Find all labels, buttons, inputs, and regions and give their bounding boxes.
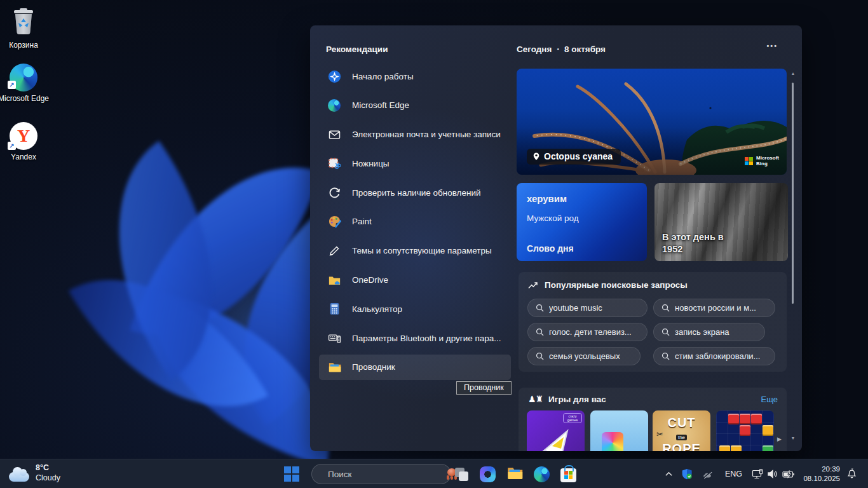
search-home-panel: Рекомендации Начало работы Microsoft Edg… <box>310 25 802 451</box>
game-thumb-rainbow-cube[interactable]: 2048 <box>590 410 648 451</box>
game-thumb-crazy-games[interactable]: crazy games <box>527 410 585 451</box>
calculator-icon <box>327 302 341 316</box>
bing-image-card[interactable]: Octopus cyanea MicrosoftBing <box>517 69 787 175</box>
speaker-icon <box>767 469 778 479</box>
search-icon <box>661 328 670 336</box>
microsoft-store-button[interactable] <box>560 468 576 482</box>
scissors-icon: ✂ <box>656 430 663 439</box>
popular-searches-header: Популярные поисковые запросы <box>528 280 688 290</box>
scrollbar-thumb[interactable] <box>792 83 794 304</box>
rec-item-check-updates[interactable]: Проверить наличие обновлений <box>319 180 511 205</box>
popular-searches-title: Популярные поисковые запросы <box>545 280 688 290</box>
bing-location-label: Octopus cyanea <box>544 151 613 161</box>
rec-item-label: Калькулятор <box>352 304 402 314</box>
rec-item-microsoft-edge[interactable]: Microsoft Edge <box>319 93 511 118</box>
start-button[interactable] <box>284 466 299 482</box>
word-of-day-gender: Мужской род <box>527 214 579 223</box>
scrollbar-up-arrow[interactable]: ▲ <box>789 71 797 76</box>
onedrive-tray-icon[interactable] <box>702 459 714 488</box>
dart-illustration <box>533 424 574 451</box>
rec-item-themes[interactable]: Темы и сопутствующие параметры <box>319 238 511 264</box>
file-explorer-icon <box>506 465 523 480</box>
defender-shield-icon <box>681 468 693 480</box>
games-more-link[interactable]: Еще <box>761 395 778 404</box>
do-not-disturb-bell-icon <box>846 468 857 480</box>
recommendations-title: Рекомендации <box>326 44 388 54</box>
word-of-day-word: херувим <box>527 193 567 204</box>
security-tray-icon[interactable] <box>681 459 693 488</box>
search-pill[interactable]: стим заблокировали... <box>653 347 775 365</box>
word-of-day-card[interactable]: херувим Мужской род Слово дня <box>517 183 647 261</box>
rec-item-file-explorer[interactable]: Проводник <box>319 355 511 380</box>
taskbar-weather-widget[interactable]: 8°C Cloudy <box>9 463 60 483</box>
bing-location-pill[interactable]: Octopus cyanea <box>527 149 621 165</box>
battery-tray-icon[interactable] <box>782 459 795 488</box>
game-thumb-cut-the-rope[interactable]: CUT the ROPE ✂ <box>653 410 710 451</box>
on-this-day-caption: В этот день в 1952 <box>662 231 745 255</box>
rec-item-label: Электронная почта и учетные записи <box>352 130 501 139</box>
search-icon <box>661 352 670 360</box>
search-pill[interactable]: голос. дети телевиз... <box>527 323 648 341</box>
word-of-day-caption: Слово дня <box>527 243 574 254</box>
search-icon <box>536 328 544 336</box>
themes-brush-icon <box>327 244 341 258</box>
today-date: 8 октября <box>564 44 606 54</box>
desktop-icon-yandex[interactable]: Y ↗ Yandex <box>0 122 51 161</box>
desktop: Корзина ↗ Microsoft Edge Y ↗ Yandex Реко… <box>0 0 868 488</box>
edge-button[interactable] <box>534 466 550 482</box>
language-indicator[interactable]: ENG <box>725 459 742 488</box>
desktop-icon-edge[interactable]: ↗ Microsoft Edge <box>0 64 51 103</box>
paint-icon <box>327 215 341 229</box>
cut-the-rope-word: ROPE <box>653 442 710 451</box>
taskbar-clock[interactable]: 20:39 08.10.2025 <box>798 464 840 484</box>
rec-item-mail-accounts[interactable]: Электронная почта и учетные записи <box>319 122 511 147</box>
rec-item-label: Параметры Bluetooth и другие пара... <box>352 334 501 343</box>
shortcut-arrow-icon: ↗ <box>8 142 16 150</box>
rec-item-onedrive[interactable]: OneDrive <box>319 268 511 293</box>
game-thumb-block-puzzle[interactable] <box>716 410 774 451</box>
trending-icon <box>528 281 538 289</box>
crazy-games-badge: crazy games <box>563 413 582 423</box>
ethernet-network-icon <box>752 469 764 480</box>
search-pill[interactable]: новости россии и м... <box>653 299 775 317</box>
search-pill[interactable]: семья усольцевых <box>527 347 641 365</box>
microsoft-bing-logo: MicrosoftBing <box>745 155 779 166</box>
hidden-icons-chevron[interactable] <box>665 459 673 488</box>
rec-item-snipping-tool[interactable]: Ножницы <box>319 151 511 176</box>
task-view-button[interactable] <box>454 466 469 482</box>
desktop-icon-recycle-bin[interactable]: Корзина <box>0 8 51 50</box>
notification-center-button[interactable] <box>846 459 857 488</box>
search-input[interactable] <box>328 470 440 479</box>
edge-icon <box>327 98 341 112</box>
rec-item-label: Ножницы <box>352 159 390 168</box>
file-explorer-button[interactable] <box>506 465 523 483</box>
rec-item-label: Начало работы <box>352 72 414 81</box>
location-pin-icon <box>532 152 540 161</box>
file-explorer-tooltip: Проводник <box>456 381 512 395</box>
widgets-more-menu[interactable]: ••• <box>766 42 778 50</box>
clock-date: 08.10.2025 <box>798 474 840 484</box>
games-next-arrow[interactable]: ▶ <box>777 436 782 442</box>
language-label: ENG <box>725 470 742 478</box>
network-tray-icon[interactable] <box>752 459 764 488</box>
search-pill[interactable]: youtube music <box>527 299 648 317</box>
games-card: ♟♜ Игры для вас Еще crazy games 2048 CUT… <box>519 388 787 451</box>
rec-item-label: Paint <box>352 217 372 226</box>
on-this-day-card[interactable]: В этот день в 1952 <box>654 183 788 261</box>
rec-item-label: Microsoft Edge <box>352 100 409 110</box>
rec-item-calculator[interactable]: Калькулятор <box>319 296 511 322</box>
rec-item-label: OneDrive <box>352 275 388 285</box>
copilot-button[interactable] <box>480 466 496 482</box>
battery-charging-icon <box>782 470 795 478</box>
volume-tray-icon[interactable] <box>767 459 778 488</box>
taskbar-search-box[interactable] <box>311 464 451 484</box>
clock-time: 20:39 <box>798 464 840 474</box>
onedrive-offline-icon <box>702 470 714 479</box>
search-pill[interactable]: запись экрана <box>653 323 765 341</box>
rec-item-paint[interactable]: Paint <box>319 209 511 234</box>
rec-item-bluetooth-settings[interactable]: Параметры Bluetooth и другие пара... <box>319 325 511 351</box>
scrollbar-down-arrow[interactable]: ▼ <box>789 436 797 440</box>
desktop-icon-label: Корзина <box>0 41 51 50</box>
rec-item-getting-started[interactable]: Начало работы <box>319 64 511 89</box>
weather-temp: 8°C <box>36 463 60 473</box>
